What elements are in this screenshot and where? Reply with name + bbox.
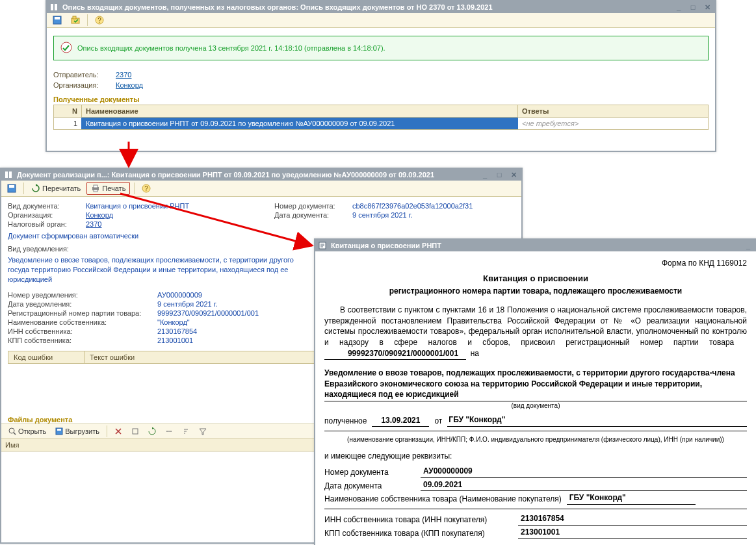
tax-link[interactable]: 2370 [86, 220, 101, 228]
export-file-button[interactable]: Выгрузить [52, 426, 103, 437]
maximize-button[interactable]: □ [688, 3, 698, 12]
sender-link[interactable]: 2370 [116, 71, 131, 79]
props-icon[interactable] [128, 426, 142, 437]
owner-kpp-label: КПП собственника: [8, 336, 157, 344]
col-err-code[interactable]: Код ошибки [8, 351, 85, 363]
export-file-label: Выгрузить [65, 427, 99, 435]
svg-rect-14 [94, 185, 98, 188]
toolbar: ? [47, 13, 715, 28]
doc-num-value: cb8c867f23976a02e053fa12000a2f31 [352, 202, 473, 210]
doc-type-value: Квитанция о присвоении РНПТ [86, 202, 189, 210]
titlebar[interactable]: Документ реализации п...: Квитанция о пр… [1, 169, 521, 181]
close-button[interactable]: ✕ [508, 170, 519, 179]
doc-date-value: 09.09.2021 [421, 479, 747, 492]
svg-point-18 [9, 428, 14, 433]
print-preview-icon [318, 241, 327, 250]
cell-name: Квитанция о присвоении РНПТ от 09.09.202… [82, 118, 518, 129]
svg-rect-9 [5, 171, 8, 178]
svg-text:?: ? [98, 17, 101, 24]
paragraph-1: В соответствии с пунктом с пунктами 16 и… [324, 305, 747, 360]
svg-rect-10 [9, 171, 12, 178]
has-requisites: и имеющее следующие реквизиты: [324, 451, 747, 462]
kpp-label: КПП собственника товара (КПП покупателя) [324, 528, 513, 539]
inn-label: ИНН собственника товара (ИНН покупателя) [324, 514, 513, 526]
help-button[interactable]: ? [138, 183, 154, 194]
reg-num-value: 99992370/090921/0000001/001 [324, 348, 466, 360]
minimize-button[interactable]: _ [480, 170, 490, 179]
received-label: полученное [324, 416, 367, 427]
svg-point-23 [166, 431, 168, 432]
grid-row[interactable]: 1 Квитанция о присвоении РНПТ от 09.09.2… [54, 118, 708, 129]
svg-rect-15 [94, 190, 98, 192]
reread-label: Перечитать [42, 184, 81, 192]
reread-button[interactable]: Перечитать [28, 183, 84, 194]
content-area: Опись входящих документов получена 13 се… [47, 28, 715, 151]
doc-kind-value: Уведомление о ввозе товаров, подлежащих … [324, 368, 747, 401]
notice-num-label: Номер уведомления: [8, 291, 157, 299]
status-text: Опись входящих документов получена 13 се… [77, 44, 385, 52]
cell-answers: <не требуется> [518, 118, 708, 129]
owner-label: Наименование собственника товара (Наимен… [324, 494, 562, 505]
print-button[interactable]: Печать [86, 182, 130, 195]
reg-num-value: 99992370/090921/0000001/001 [157, 309, 259, 317]
svg-point-25 [170, 431, 172, 432]
col-name[interactable]: Наименование [82, 105, 518, 117]
window-title: Документ реализации п...: Квитанция о пр… [17, 171, 476, 179]
doc-num-label: Номер документа [324, 467, 415, 478]
inn-value: 2130167854 [518, 513, 747, 526]
doc-type-label: Вид документа: [8, 202, 86, 210]
sender-label: Отправитель: [53, 71, 112, 79]
close-button[interactable]: ✕ [702, 3, 712, 12]
doc-num-value: АУ000000009 [421, 466, 747, 478]
status-banner: Опись входящих документов получена 13 се… [53, 36, 709, 60]
maximize-button[interactable]: □ [494, 170, 504, 179]
titlebar[interactable]: Опись входящих документов, полученных из… [47, 1, 715, 13]
minimize-button[interactable]: _ [673, 3, 684, 12]
svg-rect-0 [51, 4, 53, 10]
save-button[interactable] [4, 183, 20, 194]
doc-date-label: Дата документа [324, 481, 415, 492]
owner-kpp-value: 213001001 [157, 336, 193, 344]
received-date: 13.09.2021 [372, 415, 429, 427]
owner-name-label: Наименование собственника: [8, 318, 157, 326]
window-print-preview: Квитанция о присвоении РНПТ _ Форма по К… [314, 238, 756, 545]
owner-inn-value: 2130167854 [157, 327, 197, 335]
status-ok-icon [60, 42, 72, 55]
save-button[interactable] [49, 14, 65, 26]
notice-date-value: 9 сентября 2021 г. [157, 300, 217, 308]
help-button[interactable]: ? [92, 14, 107, 26]
owner-value: ГБУ "Конкорд" [567, 492, 696, 505]
doc-title-1: Квитанция о присвоении [324, 273, 747, 285]
more-icon[interactable] [162, 426, 176, 437]
org-caption: (наименование организации, ИНН/КПП; Ф.И.… [324, 435, 747, 444]
grid-header: N Наименование Ответы [54, 105, 708, 118]
window-icon [49, 3, 59, 12]
print-label: Печать [102, 184, 125, 192]
kpp-value: 213001001 [518, 527, 747, 539]
svg-point-8 [61, 42, 72, 53]
col-n[interactable]: N [54, 105, 82, 117]
tax-label: Налоговый орган: [8, 220, 86, 228]
owner-name-value: "Конкорд" [157, 318, 190, 326]
window-title: Опись входящих документов, полученных из… [62, 3, 670, 11]
delete-icon[interactable] [111, 426, 125, 437]
sort-icon[interactable] [179, 426, 193, 437]
open-button[interactable] [68, 14, 83, 26]
svg-rect-21 [57, 429, 61, 431]
filter-icon[interactable] [196, 426, 210, 437]
titlebar[interactable]: Квитанция о присвоении РНПТ _ [315, 240, 756, 251]
minimize-button[interactable]: _ [743, 241, 753, 250]
svg-line-19 [14, 433, 16, 435]
org-link[interactable]: Конкорд [116, 81, 143, 89]
open-file-button[interactable]: Открыть [5, 426, 49, 437]
refresh-icon[interactable] [145, 426, 159, 437]
form-number: Форма по КНД 1169012 [324, 258, 747, 269]
doc-kind-caption: (вид документа) [324, 401, 747, 411]
notice-date-label: Дата уведомления: [8, 300, 157, 308]
org-link[interactable]: Конкорд [86, 211, 113, 219]
window-icon [4, 170, 13, 179]
toolbar: Перечитать Печать ? [1, 181, 521, 197]
svg-point-24 [168, 431, 170, 432]
col-answers[interactable]: Ответы [518, 105, 708, 117]
doc-date-label: Дата документа: [274, 211, 352, 219]
